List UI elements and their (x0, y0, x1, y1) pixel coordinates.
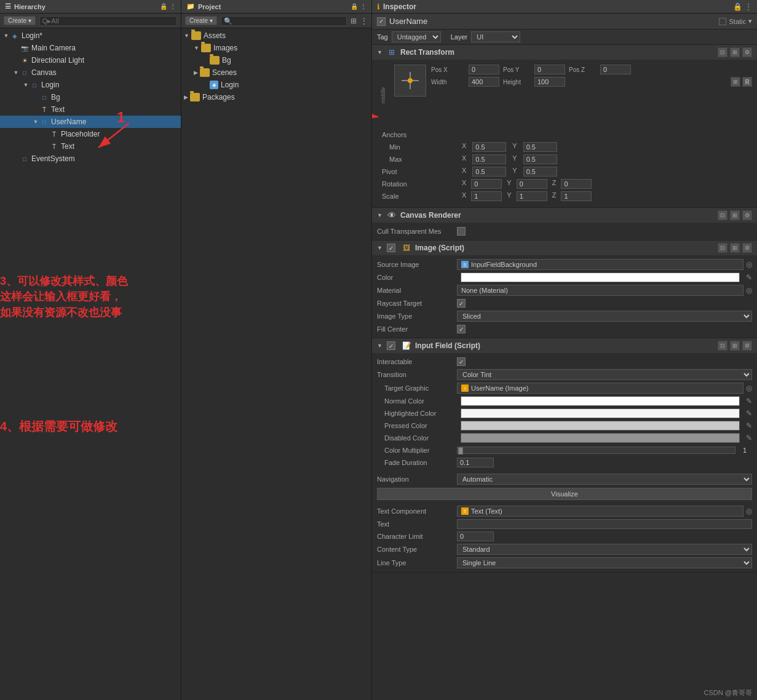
normal-color-swatch[interactable] (461, 396, 740, 406)
hierarchy-item-text2[interactable]: T Text (0, 140, 181, 153)
project-search-input[interactable] (221, 16, 347, 26)
scale-x-input[interactable] (471, 191, 502, 201)
hierarchy-item-placeholder[interactable]: T Placeholder (0, 128, 181, 140)
static-checkbox[interactable] (719, 18, 726, 25)
max-y-input[interactable] (523, 154, 557, 164)
pressed-color-swatch[interactable] (461, 421, 740, 431)
raycast-checkbox[interactable]: ✓ (457, 299, 466, 308)
disabled-color-edit-icon[interactable]: ✎ (746, 434, 752, 442)
if-paste-btn[interactable]: ⊞ (730, 341, 740, 351)
fill-center-checkbox[interactable]: ✓ (457, 325, 466, 333)
canvas-renderer-header[interactable]: ▼ 👁 Canvas Renderer ⊡ ⊞ ⚙ (372, 208, 757, 223)
target-graphic-target-btn[interactable]: ◎ (746, 384, 752, 392)
interactable-checkbox[interactable]: ✓ (457, 357, 466, 366)
project-item-scenes[interactable]: ▶ Scenes (181, 66, 371, 79)
min-y-input[interactable] (523, 142, 557, 152)
content-type-dropdown[interactable]: Standard (457, 544, 752, 555)
pos-x-input[interactable] (469, 65, 499, 74)
hierarchy-item-text[interactable]: T Text (0, 103, 181, 116)
image-color-swatch[interactable] (461, 272, 740, 282)
disabled-color-swatch[interactable] (461, 433, 740, 443)
material-field[interactable]: None (Material) (457, 285, 743, 296)
fade-duration-input[interactable] (457, 458, 494, 467)
pivot-y-input[interactable] (523, 167, 557, 177)
width-input[interactable] (469, 77, 499, 87)
go-active-checkbox[interactable]: ✓ (377, 17, 386, 26)
cr-paste-btn[interactable]: ⊞ (730, 210, 740, 220)
project-item-bg[interactable]: ▶ Bg (181, 54, 371, 66)
visualize-button[interactable]: Visualize (377, 488, 752, 500)
pressed-color-edit-icon[interactable]: ✎ (746, 421, 752, 430)
static-arrow[interactable]: ▾ (748, 17, 752, 25)
source-image-field[interactable]: S InputFieldBackground (457, 259, 743, 270)
highlighted-color-edit-icon[interactable]: ✎ (746, 409, 752, 418)
if-copy-btn[interactable]: ⊡ (718, 341, 727, 351)
rt-r-btn[interactable]: R (742, 77, 752, 87)
project-create-button[interactable]: Create ▾ (185, 16, 217, 25)
hierarchy-item-login[interactable]: ▼ ◈ Login* (0, 30, 181, 42)
rect-transform-header[interactable]: ▼ ⊞ Rect Transform ⊡ ⊞ ⚙ (372, 45, 757, 60)
highlighted-color-swatch[interactable] (461, 408, 740, 418)
rot-y-input[interactable] (517, 179, 547, 189)
project-item-login-scene[interactable]: ▶ ◈ Login (181, 79, 371, 91)
hierarchy-item-canvas[interactable]: ▼ □ Canvas (0, 66, 181, 79)
rot-x-input[interactable] (471, 179, 502, 189)
image-type-dropdown[interactable]: Sliced (457, 311, 752, 322)
navigation-dropdown[interactable]: Automatic (457, 474, 752, 485)
image-script-header[interactable]: ▼ ✓ 🖼 Image (Script) ⊡ ⊞ ⚙ (372, 241, 757, 255)
line-type-dropdown[interactable]: Single Line (457, 557, 752, 568)
tag-dropdown[interactable]: Untagged (392, 31, 441, 42)
hierarchy-search-input[interactable] (39, 16, 177, 26)
pos-y-input[interactable] (534, 65, 565, 74)
img-paste-btn[interactable]: ⊞ (730, 243, 740, 253)
hierarchy-item-directional-light[interactable]: ☀ Directional Light (0, 54, 181, 66)
text-value-input[interactable] (457, 519, 752, 529)
project-icon-btn2[interactable]: ⋮ (360, 17, 368, 25)
color-multiplier-slider[interactable] (457, 447, 735, 454)
layer-dropdown[interactable]: UI (471, 31, 520, 42)
hierarchy-item-bg[interactable]: □ Bg (0, 91, 181, 103)
text-component-target-btn[interactable]: ◎ (746, 507, 752, 515)
hierarchy-item-main-camera[interactable]: 📷 Main Camera (0, 42, 181, 54)
project-item-packages[interactable]: ▶ Packages (181, 91, 371, 103)
target-graphic-field[interactable]: I UserName (Image) (457, 383, 743, 394)
rt-copy-btn[interactable]: ⊡ (718, 47, 727, 57)
transition-dropdown[interactable]: Color Tint (457, 369, 752, 380)
project-icon-btn1[interactable]: ⊞ (351, 17, 357, 25)
height-input[interactable] (534, 77, 565, 87)
rot-z-input[interactable] (561, 179, 592, 189)
material-target-btn[interactable]: ◎ (746, 286, 752, 295)
rt-menu-btn[interactable]: ⚙ (742, 47, 752, 57)
cull-checkbox[interactable] (457, 227, 466, 236)
pivot-x-input[interactable] (472, 167, 506, 177)
rt-paste-btn[interactable]: ⊞ (730, 47, 740, 57)
text-component-field[interactable]: T Text (Text) (457, 506, 743, 517)
img-menu-btn[interactable]: ⚙ (742, 243, 752, 253)
char-limit-input[interactable] (457, 531, 494, 541)
cr-copy-btn[interactable]: ⊡ (718, 210, 727, 220)
normal-color-edit-icon[interactable]: ✎ (746, 397, 752, 405)
rt-corners-btn[interactable]: ⊞ (731, 77, 740, 87)
scale-z-input[interactable] (561, 191, 592, 201)
min-x-input[interactable] (472, 142, 506, 152)
anchor-widget[interactable] (394, 65, 426, 97)
input-enabled-checkbox[interactable]: ✓ (387, 341, 395, 350)
hierarchy-create-button[interactable]: Create ▾ (4, 16, 36, 25)
input-field-header[interactable]: ▼ ✓ 📝 Input Field (Script) ⊡ ⊞ ⚙ (372, 338, 757, 353)
cr-menu-btn[interactable]: ⚙ (742, 210, 752, 220)
if-menu-btn[interactable]: ⚙ (742, 341, 752, 351)
image-color-edit-icon[interactable]: ✎ (746, 273, 752, 282)
menu-icon-inspector[interactable]: ⋮ (745, 2, 752, 11)
scale-y-input[interactable] (517, 191, 547, 201)
source-image-target-btn[interactable]: ◎ (746, 260, 752, 269)
image-enabled-checkbox[interactable]: ✓ (387, 244, 395, 252)
pos-z-input[interactable] (600, 65, 631, 74)
img-copy-btn[interactable]: ⊡ (718, 243, 727, 253)
hierarchy-item-login-child[interactable]: ▼ □ Login (0, 79, 181, 91)
lock-icon-inspector[interactable]: 🔒 (733, 2, 742, 11)
project-item-assets[interactable]: ▼ Assets (181, 30, 371, 42)
hierarchy-item-username[interactable]: ▼ □ UserName (0, 116, 181, 128)
project-item-images[interactable]: ▼ Images (181, 42, 371, 54)
hierarchy-item-eventsystem[interactable]: □ EventSystem (0, 153, 181, 165)
max-x-input[interactable] (472, 154, 506, 164)
